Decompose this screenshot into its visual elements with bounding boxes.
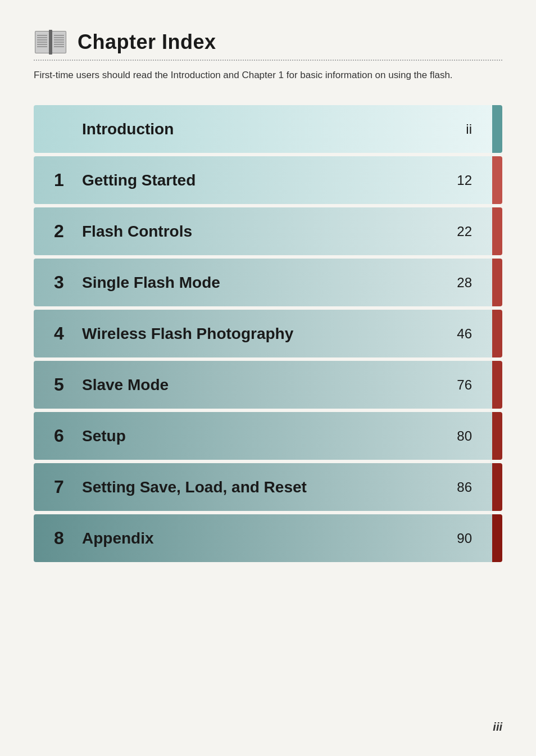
chapter-page-number: 46	[457, 326, 489, 342]
chapter-title: Setup	[73, 427, 457, 445]
chapter-number: 2	[45, 221, 73, 242]
chapter-content: Introductionii	[34, 105, 502, 153]
chapter-page-number: 22	[457, 224, 489, 239]
chapter-row[interactable]: 6Setup80	[34, 412, 502, 460]
chapter-title: Appendix	[73, 529, 457, 547]
chapter-page-number: 12	[457, 173, 489, 188]
chapter-title: Single Flash Mode	[73, 274, 457, 292]
chapter-number: 5	[45, 374, 73, 395]
chapter-number: 8	[45, 528, 73, 549]
chapter-content: 4Wireless Flash Photography46	[34, 310, 502, 357]
chapter-number: 1	[45, 170, 73, 191]
chapter-content: 5Slave Mode76	[34, 361, 502, 409]
chapter-page-number: ii	[466, 121, 489, 137]
chapter-page-number: 76	[457, 377, 489, 393]
book-icon	[34, 28, 67, 56]
chapter-content: 8Appendix90	[34, 514, 502, 562]
header-section: Chapter Index First-time users should re…	[34, 28, 502, 83]
subtitle: First-time users should read the Introdu…	[34, 67, 472, 83]
chapter-content: 3Single Flash Mode28	[34, 259, 502, 306]
chapter-page-number: 80	[457, 428, 489, 444]
chapter-page-number: 28	[457, 275, 489, 291]
chapter-page-number: 86	[457, 479, 489, 495]
chapter-number: 4	[45, 323, 73, 344]
chapter-row[interactable]: Introductionii	[34, 105, 502, 153]
chapter-title: Flash Controls	[73, 223, 457, 241]
chapter-title: Setting Save, Load, and Reset	[73, 478, 457, 496]
chapter-content: 6Setup80	[34, 412, 502, 460]
chapter-title: Getting Started	[73, 171, 457, 189]
chapter-row[interactable]: 2Flash Controls22	[34, 207, 502, 255]
chapter-title: Introduction	[73, 120, 466, 138]
chapter-title: Slave Mode	[73, 376, 457, 394]
chapter-page-number: 90	[457, 531, 489, 546]
chapter-row[interactable]: 8Appendix90	[34, 514, 502, 562]
footer-page-number: iii	[493, 721, 502, 734]
chapter-row[interactable]: 7Setting Save, Load, and Reset86	[34, 463, 502, 511]
chapter-row[interactable]: 3Single Flash Mode28	[34, 259, 502, 306]
page-title: Chapter Index	[78, 30, 216, 54]
chapter-row[interactable]: 4Wireless Flash Photography46	[34, 310, 502, 357]
chapter-title: Wireless Flash Photography	[73, 325, 457, 343]
chapters-list: Introductionii1Getting Started122Flash C…	[34, 105, 502, 565]
svg-rect-16	[49, 30, 52, 55]
chapter-content: 7Setting Save, Load, and Reset86	[34, 463, 502, 511]
chapter-number: 7	[45, 477, 73, 497]
divider	[34, 60, 502, 61]
chapter-number: 6	[45, 425, 73, 446]
chapter-number: 3	[45, 272, 73, 293]
page: Chapter Index First-time users should re…	[0, 0, 536, 756]
header-top: Chapter Index	[34, 28, 502, 56]
chapter-content: 1Getting Started12	[34, 156, 502, 204]
chapter-row[interactable]: 5Slave Mode76	[34, 361, 502, 409]
chapter-content: 2Flash Controls22	[34, 207, 502, 255]
chapter-row[interactable]: 1Getting Started12	[34, 156, 502, 204]
